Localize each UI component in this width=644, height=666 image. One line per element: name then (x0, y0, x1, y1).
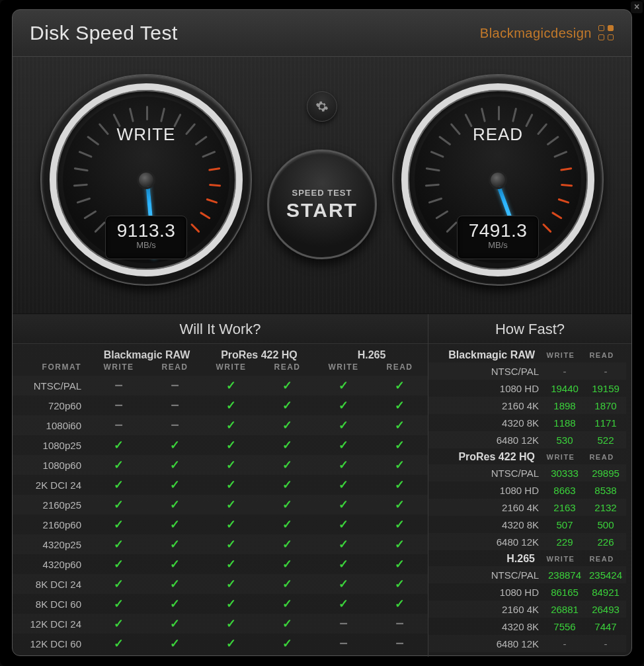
close-icon[interactable]: × (631, 1, 643, 13)
write-fps: 30333 (544, 468, 585, 479)
resolution-label: 2160 4K (428, 400, 544, 411)
table-row: 12K DCI 24✓✓✓✓–– (13, 614, 428, 634)
check-icon: ✓ (170, 597, 180, 610)
how-fast-row: 1080 HD 86165 84921 (428, 583, 626, 601)
check-icon: ✓ (395, 399, 405, 412)
page-title: Disk Speed Test (30, 22, 178, 44)
check-icon: ✓ (395, 498, 405, 511)
check-icon: ✓ (395, 597, 405, 610)
check-icon: ✓ (170, 518, 180, 531)
dash-icon: – (395, 634, 403, 651)
check-icon: ✓ (114, 577, 124, 591)
check-icon: ✓ (226, 558, 236, 571)
check-icon: ✓ (282, 498, 292, 511)
check-icon: ✓ (282, 438, 292, 452)
write-fps: 1188 (544, 417, 585, 429)
how-fast-row: NTSC/PAL - - (428, 362, 626, 380)
check-icon: ✓ (114, 458, 124, 472)
codec-label: ProRes 422 HQ (428, 451, 540, 463)
check-icon: ✓ (282, 597, 292, 610)
how-fast-row: NTSC/PAL 30333 29895 (428, 464, 626, 481)
read-fps: 522 (585, 435, 626, 446)
table-row: 2160p60✓✓✓✓✓✓ (13, 515, 428, 534)
format-label: 2160p25 (13, 499, 91, 511)
check-icon: ✓ (395, 438, 405, 452)
read-gauge-label: READ (392, 124, 604, 145)
check-icon: ✓ (226, 458, 236, 472)
settings-button[interactable] (307, 91, 337, 122)
how-fast-row: NTSC/PAL 238874 235424 (428, 566, 626, 583)
format-label: 8K DCI 60 (13, 599, 91, 610)
check-icon: ✓ (395, 577, 405, 591)
tables: Will It Work? Blackmagic RAW ProRes 422 … (13, 314, 631, 657)
check-icon: ✓ (226, 379, 236, 392)
check-icon: ✓ (282, 577, 292, 591)
table-row: 1080p60✓✓✓✓✓✓ (13, 455, 428, 475)
codec-label: Blackmagic RAW (428, 349, 540, 361)
check-icon: ✓ (395, 558, 405, 571)
app-window: × Disk Speed Test Blackmagicdesign WRITE… (0, 0, 644, 666)
dash-icon: – (171, 396, 179, 413)
check-icon: ✓ (339, 438, 348, 452)
resolution-label: 2160 4K (428, 604, 544, 615)
resolution-label: 1080 HD (428, 587, 544, 598)
gear-icon (315, 100, 329, 113)
resolution-label: NTSC/PAL (428, 569, 544, 581)
dash-icon: – (339, 614, 347, 631)
read-fps: 7447 (585, 621, 626, 632)
table-row: 8K DCI 24✓✓✓✓✓✓ (13, 574, 428, 594)
brand-logo-icon (598, 25, 614, 41)
check-icon: ✓ (395, 518, 405, 531)
format-label: 1080i60 (13, 420, 91, 431)
dash-icon: – (171, 416, 179, 433)
check-icon: ✓ (170, 438, 180, 452)
check-icon: ✓ (226, 577, 236, 591)
how-fast-section: Blackmagic RAW WRITE READNTSC/PAL - -108… (428, 347, 626, 448)
check-icon: ✓ (339, 419, 348, 432)
will-it-work-title: Will It Work? (13, 314, 428, 344)
start-button[interactable]: SPEED TEST START (267, 149, 377, 259)
check-icon: ✓ (282, 379, 292, 392)
write-gauge-label: WRITE (40, 124, 252, 145)
read-fps: 1870 (585, 400, 626, 411)
resolution-label: 6480 12K (428, 536, 544, 548)
header: Disk Speed Test Blackmagicdesign (13, 10, 631, 56)
read-lcd: 7491.3 MB/s (457, 216, 539, 259)
table-row: 1080p25✓✓✓✓✓✓ (13, 435, 428, 455)
read-gauge: READ 7491.3 MB/s (392, 74, 604, 286)
resolution-label: 6480 12K (428, 638, 544, 649)
format-label: 1080p25 (13, 440, 91, 451)
write-fps: 238874 (544, 569, 585, 581)
read-unit: MB/s (458, 240, 538, 250)
format-label: 4320p60 (13, 559, 91, 570)
main-card: Disk Speed Test Blackmagicdesign WRITE 9… (12, 9, 632, 656)
table-row: 2K DCI 24✓✓✓✓✓✓ (13, 475, 428, 495)
check-icon: ✓ (114, 438, 124, 452)
check-icon: ✓ (226, 538, 236, 551)
how-fast-row: 4320 8K 507 500 (428, 516, 626, 533)
resolution-label: 1080 HD (428, 383, 544, 394)
resolution-label: NTSC/PAL (428, 468, 544, 479)
check-icon: ✓ (339, 518, 348, 531)
check-icon: ✓ (114, 518, 124, 531)
check-icon: ✓ (226, 617, 236, 630)
dash-icon: – (339, 634, 347, 651)
table-row: 720p60––✓✓✓✓ (13, 395, 428, 415)
check-icon: ✓ (339, 458, 348, 472)
read-fps: 26493 (585, 604, 626, 615)
resolution-label: 6480 12K (428, 435, 544, 446)
write-fps: 530 (544, 435, 585, 446)
check-icon: ✓ (170, 458, 180, 472)
check-icon: ✓ (226, 438, 236, 452)
table-row: 4320p60✓✓✓✓✓✓ (13, 554, 428, 574)
table-row: 4320p25✓✓✓✓✓✓ (13, 534, 428, 554)
table-row: 1080i60––✓✓✓✓ (13, 415, 428, 435)
check-icon: ✓ (226, 419, 236, 432)
write-lcd: 9113.3 MB/s (105, 216, 187, 259)
write-fps: - (544, 638, 585, 649)
format-label: 12K DCI 24 (13, 618, 91, 630)
check-icon: ✓ (339, 399, 348, 412)
check-icon: ✓ (282, 518, 292, 531)
check-icon: ✓ (282, 399, 292, 412)
check-icon: ✓ (282, 617, 292, 630)
